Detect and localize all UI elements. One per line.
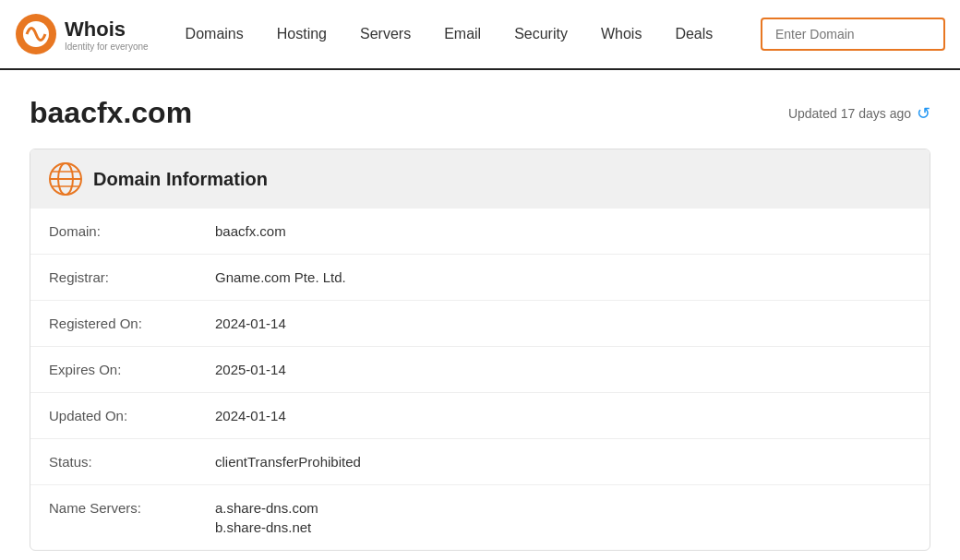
- info-value: a.share-dns.comb.share-dns.net: [215, 500, 911, 535]
- info-value: 2024-01-14: [215, 408, 911, 423]
- domain-search-input[interactable]: [761, 18, 945, 51]
- nav-domains[interactable]: Domains: [171, 18, 258, 50]
- domain-card: Domain Information Domain:baacfx.comRegi…: [30, 149, 930, 551]
- info-label: Registrar:: [49, 269, 215, 285]
- info-row: Registered On:2024-01-14: [30, 301, 930, 347]
- info-row: Registrar:Gname.com Pte. Ltd.: [30, 255, 930, 301]
- info-label: Status:: [49, 454, 215, 470]
- info-label: Registered On:: [49, 316, 215, 331]
- info-label: Name Servers:: [49, 500, 215, 516]
- nav-servers[interactable]: Servers: [345, 18, 426, 50]
- domain-title: baacfx.com: [30, 96, 192, 130]
- www-globe-icon: [49, 162, 82, 196]
- domain-header: baacfx.com Updated 17 days ago ↺: [30, 96, 930, 130]
- updated-text: Updated 17 days ago: [788, 106, 911, 121]
- info-row: Domain:baacfx.com: [30, 209, 930, 255]
- info-row: Updated On:2024-01-14: [30, 393, 930, 439]
- info-label: Updated On:: [49, 408, 215, 423]
- info-value: clientTransferProhibited: [215, 454, 911, 470]
- updated-info: Updated 17 days ago ↺: [788, 103, 930, 124]
- info-label: Expires On:: [49, 362, 215, 377]
- info-value: 2025-01-14: [215, 362, 911, 377]
- main-content: baacfx.com Updated 17 days ago ↺ Domain …: [0, 70, 960, 560]
- nav-whois[interactable]: Whois: [586, 18, 656, 50]
- nav-hosting[interactable]: Hosting: [262, 18, 342, 50]
- info-value: 2024-01-14: [215, 316, 911, 331]
- nav-links: Domains Hosting Servers Email Security W…: [171, 18, 761, 50]
- logo-link[interactable]: Whois Identity for everyone: [15, 13, 149, 55]
- info-value: baacfx.com: [215, 223, 911, 239]
- navbar: Whois Identity for everyone Domains Host…: [0, 0, 960, 70]
- info-row: Expires On:2025-01-14: [30, 347, 930, 393]
- info-label: Domain:: [49, 223, 215, 239]
- nav-deals[interactable]: Deals: [660, 18, 727, 50]
- info-value: Gname.com Pte. Ltd.: [215, 269, 911, 285]
- refresh-icon[interactable]: ↺: [917, 103, 930, 124]
- nav-email[interactable]: Email: [429, 18, 496, 50]
- logo-tagline-text: Identity for everyone: [65, 42, 149, 52]
- card-header: Domain Information: [30, 149, 930, 209]
- logo-whois-text: Whois: [65, 18, 149, 42]
- info-row: Name Servers:a.share-dns.comb.share-dns.…: [30, 485, 930, 550]
- info-row: Status:clientTransferProhibited: [30, 439, 930, 485]
- card-title: Domain Information: [93, 169, 268, 190]
- nav-security[interactable]: Security: [499, 18, 582, 50]
- logo-icon: [15, 13, 57, 55]
- card-body: Domain:baacfx.comRegistrar:Gname.com Pte…: [30, 209, 930, 550]
